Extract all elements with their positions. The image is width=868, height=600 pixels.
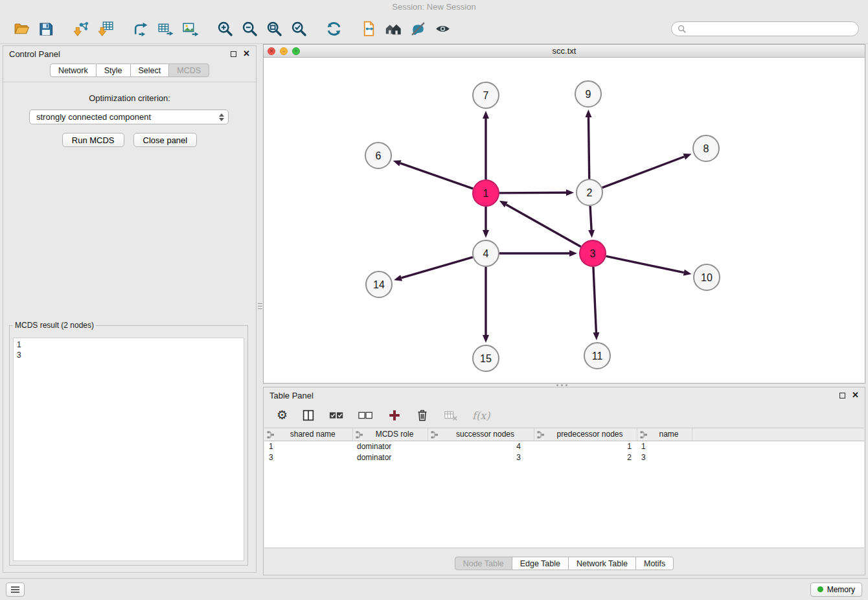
- graph-node-label: 10: [701, 272, 713, 283]
- table-cell[interactable]: 1: [534, 441, 637, 452]
- float-panel-icon[interactable]: [231, 51, 236, 57]
- graph-edge-2-8[interactable]: [602, 157, 685, 188]
- table-panel-tabs: Node Table Edge Table Network Table Moti…: [264, 557, 865, 570]
- import-table-button[interactable]: [93, 17, 118, 41]
- table-cell[interactable]: 3: [428, 452, 534, 463]
- homes-icon: [384, 19, 403, 38]
- table-cell-filler: [692, 441, 864, 452]
- show-hide-button[interactable]: [430, 17, 455, 41]
- graph-edge-3-10[interactable]: [606, 256, 684, 272]
- close-panel-button[interactable]: Close panel: [133, 133, 198, 147]
- network-canvas[interactable]: 7968124314101511: [264, 58, 865, 383]
- horizontal-splitter-grip[interactable]: [554, 384, 569, 386]
- table-cell[interactable]: 2: [534, 452, 637, 463]
- graph-edge-2-9[interactable]: [588, 117, 589, 179]
- table-cell-filler: [692, 452, 864, 463]
- table-cell[interactable]: 4: [428, 441, 534, 452]
- graphics-details-button[interactable]: [405, 17, 430, 41]
- control-panel-tabs: Network Style Select MCDS: [3, 63, 256, 82]
- window-title: Session: New Session: [392, 2, 475, 12]
- control-panel-header: Control Panel ✕: [3, 46, 256, 62]
- network-window-titlebar[interactable]: ✕ − + scc.txt: [264, 45, 865, 58]
- tab-edge-table[interactable]: Edge Table: [512, 557, 569, 570]
- delete-table-button[interactable]: [443, 407, 459, 424]
- tab-network[interactable]: Network: [50, 63, 97, 77]
- refresh-view-button[interactable]: [321, 17, 346, 41]
- graph-node-label: 15: [480, 353, 492, 364]
- delete-column-button[interactable]: [415, 407, 429, 424]
- control-panel-title: Control Panel: [9, 49, 60, 59]
- graph-node-label: 9: [586, 89, 591, 100]
- close-table-panel-icon[interactable]: ✕: [852, 392, 859, 398]
- column-header-name[interactable]: name: [637, 428, 692, 441]
- table-row[interactable]: 1dominator411: [264, 441, 864, 452]
- tab-select[interactable]: Select: [130, 63, 170, 77]
- open-folder-button[interactable]: [9, 17, 34, 41]
- column-header-shared-name[interactable]: shared name: [264, 428, 352, 441]
- tab-motifs[interactable]: Motifs: [635, 557, 674, 570]
- open-session-document-button[interactable]: [356, 17, 381, 41]
- memory-button[interactable]: Memory: [810, 583, 862, 597]
- graph-edge-2-3[interactable]: [590, 206, 591, 230]
- export-image-button[interactable]: [177, 17, 202, 41]
- deselect-all-button[interactable]: [358, 407, 374, 424]
- graph-edge-arrowhead: [593, 332, 599, 340]
- zoom-in-icon: [216, 20, 234, 38]
- tab-mcds[interactable]: MCDS: [168, 63, 209, 77]
- graph-edge-1-6[interactable]: [400, 163, 473, 189]
- graph-edge-arrowhead: [566, 189, 574, 196]
- zoom-in-button[interactable]: [212, 17, 237, 41]
- run-mcds-button[interactable]: Run MCDS: [62, 133, 124, 147]
- criterion-dropdown[interactable]: strongly connected component: [29, 110, 229, 124]
- column-header-successor-nodes[interactable]: successor nodes: [428, 428, 534, 441]
- column-header-predecessor-nodes[interactable]: predecessor nodes: [534, 428, 637, 441]
- table-cell[interactable]: 3: [264, 452, 352, 463]
- show-columns-button[interactable]: [301, 407, 315, 424]
- graph-edge-3-1[interactable]: [506, 205, 580, 247]
- minimize-window-icon[interactable]: −: [280, 47, 288, 55]
- table-cell[interactable]: 1: [637, 441, 692, 452]
- graph-edge-1-2[interactable]: [499, 192, 566, 193]
- tab-network-table[interactable]: Network Table: [568, 557, 636, 570]
- graph-edge-arrowhead: [588, 230, 595, 238]
- tab-node-table[interactable]: Node Table: [455, 557, 512, 570]
- graph-edge-3-11[interactable]: [593, 267, 596, 332]
- import-network-button[interactable]: [69, 17, 93, 41]
- network-canvas-svg[interactable]: 7968124314101511: [264, 58, 865, 383]
- attribute-icon: [267, 431, 275, 439]
- export-image-icon: [181, 20, 199, 38]
- maximize-window-icon[interactable]: +: [292, 47, 300, 55]
- tab-style[interactable]: Style: [96, 63, 131, 77]
- zoom-selected-button[interactable]: [286, 17, 311, 41]
- home-button[interactable]: [381, 17, 405, 41]
- mcds-result-list[interactable]: 1 3: [13, 338, 244, 561]
- criterion-dropdown-value: strongly connected component: [36, 112, 151, 122]
- command-panel-button[interactable]: [6, 583, 25, 597]
- table-cell[interactable]: dominator: [352, 441, 428, 452]
- table-cell[interactable]: 1: [264, 441, 352, 452]
- vertical-splitter-grip[interactable]: [258, 299, 262, 312]
- mcds-buttons-row: Run MCDS Close panel: [3, 133, 256, 147]
- save-session-button[interactable]: [34, 17, 58, 41]
- table-cell[interactable]: dominator: [352, 452, 428, 463]
- table-settings-button[interactable]: ⚙: [277, 407, 288, 424]
- add-column-button[interactable]: [387, 407, 402, 424]
- function-builder-button[interactable]: f(x): [472, 407, 490, 424]
- search-field[interactable]: [671, 21, 859, 36]
- graph-node-label: 3: [590, 248, 596, 259]
- window-titlebar: Session: New Session: [0, 0, 868, 14]
- zoom-out-button[interactable]: [237, 17, 262, 41]
- zoom-fit-button[interactable]: [262, 17, 286, 41]
- search-input[interactable]: [690, 25, 852, 34]
- export-table-button[interactable]: [153, 17, 177, 41]
- table-row[interactable]: 3dominator323: [264, 452, 864, 463]
- close-control-panel-icon[interactable]: ✕: [243, 51, 250, 57]
- select-all-button[interactable]: [329, 407, 345, 424]
- float-table-panel-icon[interactable]: [839, 393, 845, 398]
- close-window-icon[interactable]: ✕: [268, 47, 275, 55]
- table-cell[interactable]: 3: [637, 452, 692, 463]
- graph-edge-4-14[interactable]: [402, 257, 473, 278]
- column-header-mcds-role[interactable]: MCDS role: [352, 428, 428, 441]
- dropdown-arrows-icon: [219, 113, 224, 121]
- export-network-button[interactable]: [128, 17, 153, 41]
